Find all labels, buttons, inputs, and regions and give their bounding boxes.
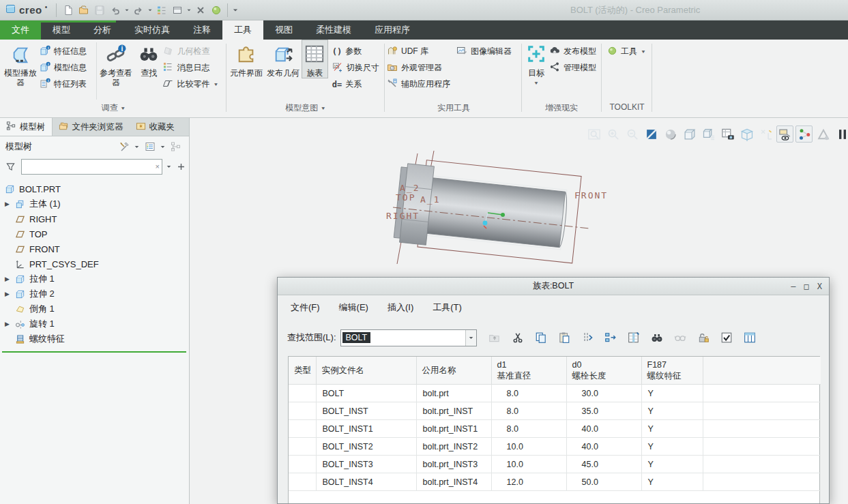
publish-geometry-button[interactable]: 发布几何 [265,40,302,78]
family-table-button[interactable]: 族表 [302,40,328,78]
cell-3-4[interactable]: 40.0 [566,438,641,456]
paste-button[interactable] [556,329,572,346]
cell-1-0[interactable] [289,402,316,420]
cell-0-5[interactable]: Y [641,385,703,402]
cell-4-2[interactable]: bolt.prt_INST3 [416,456,491,473]
cell-5-6[interactable] [703,473,821,491]
publish-model-button[interactable]: 发布模型 [549,45,600,58]
spin-center-button[interactable] [795,125,813,143]
udf-library-button[interactable]: UDF 库 [387,45,456,58]
table-row[interactable]: BOLT_INST1bolt.prt_INST18.040.0Y [289,420,821,438]
ribbon-tab-2[interactable]: 分析 [82,20,123,40]
analysis-display-button[interactable] [815,125,832,143]
cell-3-5[interactable]: Y [641,438,703,456]
image-editor-button[interactable]: 图像编辑器 [456,45,519,58]
up-one-level-button[interactable] [486,329,503,346]
redo-button[interactable] [130,2,146,18]
ribbon-tab-7[interactable]: 柔性建模 [304,20,363,40]
annotation-display-button[interactable] [776,125,793,143]
copy-button[interactable] [533,329,549,346]
customize-caret-icon[interactable] [231,2,239,18]
ribbon-tab-1[interactable]: 模型 [41,20,82,40]
tree-show-button[interactable] [168,139,184,155]
cell-4-5[interactable]: Y [641,456,703,473]
cell-1-6[interactable] [703,402,821,420]
table-row[interactable]: BOLT_INST4bolt.prt_INST412.050.0Y [289,473,821,491]
tree-item-TOP[interactable]: TOP [0,226,189,241]
tree-search-input[interactable] [21,159,162,175]
dialog-menu-3[interactable]: 工具(T) [433,301,462,314]
component-interface-button[interactable]: 元件界面 [228,40,265,78]
tree-item-PRT_CSYS_DEF[interactable]: PRT_CSYS_DEF [0,256,189,271]
datum-label-A_1[interactable]: A_1 [420,194,440,205]
feature-list-button[interactable]: i特征列表 [40,78,96,91]
zoom-out-button[interactable] [624,125,641,143]
group-label-utilities[interactable]: 实用工具 [387,102,521,114]
cell-2-5[interactable]: Y [641,420,703,438]
datum-label-FRONT[interactable]: FRONT [574,190,608,201]
datum-label-TOP[interactable]: TOP [396,192,415,203]
cell-4-4[interactable]: 45.0 [566,456,641,473]
find-button[interactable]: 查找 [135,40,163,78]
tree-item-BOLT.PRT[interactable]: BOLT.PRT [0,181,189,196]
group-label-model-intent[interactable]: 模型意图 ▼ [228,102,383,114]
save-button[interactable] [91,2,107,18]
column-header-3[interactable]: d1基准直径 [491,357,566,385]
ribbon-tab-8[interactable]: 应用程序 [363,20,422,40]
dialog-title-bar[interactable]: 族表:BOLT –□X [278,278,829,295]
model-info-button[interactable]: i模型信息 [40,61,96,74]
table-row[interactable]: BOLT_INST3bolt.prt_INST310.045.0Y [289,456,821,473]
cell-5-5[interactable]: Y [641,473,703,491]
perspective-button[interactable] [738,125,755,143]
appearance-manager-button[interactable]: 外观管理器 [387,61,456,74]
add-filter-button[interactable] [175,159,186,175]
cell-1-3[interactable]: 8.0 [491,402,566,420]
ribbon-tab-5[interactable]: 工具 [222,20,263,40]
cell-0-0[interactable] [289,385,316,402]
group-label-investigate[interactable]: 调查 ▼ [1,102,226,114]
insert-column-button[interactable] [626,329,642,346]
cell-3-3[interactable]: 10.0 [491,438,566,456]
auxiliary-applications-button[interactable]: 辅助应用程序 [387,78,456,91]
look-in-combobox[interactable]: BOLT [340,329,477,346]
cell-3-6[interactable] [703,438,821,456]
column-header-5[interactable]: F187螺纹特征 [641,357,703,385]
cell-5-4[interactable]: 50.0 [566,473,641,491]
pause-button[interactable] [834,125,848,143]
datum-display-filters-button[interactable] [757,125,774,143]
cell-4-6[interactable] [703,456,821,473]
column-header-6[interactable] [703,357,821,385]
tree-item-主体 (1)[interactable]: ▶主体 (1) [0,196,189,211]
group-label-toolkit[interactable]: TOOLKIT [603,102,651,112]
expand-arrow-icon[interactable]: ▶ [5,291,15,297]
insert-instance-row-button[interactable] [579,329,596,346]
cell-3-0[interactable] [289,438,316,456]
cell-5-2[interactable]: bolt.prt_INST4 [416,473,491,491]
manage-models-button[interactable]: 管理模型 [549,61,600,74]
dialog-menu-2[interactable]: 插入(I) [388,301,413,314]
play-sphere-button[interactable] [208,2,224,18]
clear-search-icon[interactable]: × [156,162,160,171]
expand-arrow-icon[interactable]: ▶ [5,276,15,282]
lock-row-button[interactable] [695,329,712,346]
tree-insert-locator[interactable] [2,351,186,353]
search-options-caret-icon[interactable] [165,159,173,175]
relations-button[interactable]: d=关系 [332,78,383,91]
expand-arrow-icon[interactable]: ▶ [5,201,15,207]
column-header-1[interactable]: 实例文件名 [316,357,416,385]
redo-caret-icon[interactable] [146,2,153,18]
cell-2-6[interactable] [703,420,821,438]
navigator-tab-1[interactable]: 文件夹浏览器 [53,118,130,136]
cut-button[interactable] [510,329,526,346]
tree-item-倒角 1[interactable]: 倒角 1 [0,301,189,316]
compare-parts-button[interactable]: 比较零件▼ [162,78,226,91]
parameters-button[interactable]: ()参数 [332,45,383,58]
saved-orientations-button[interactable] [700,125,717,143]
tree-item-拉伸 1[interactable]: ▶拉伸 1 [0,271,189,286]
cell-0-6[interactable] [703,385,821,402]
dialog-minimize-button[interactable]: – [791,283,795,290]
display-style-button[interactable] [681,125,698,143]
cell-2-1[interactable]: BOLT_INST1 [316,420,416,438]
feature-info-button[interactable]: i特征信息 [40,45,96,58]
tree-item-拉伸 2[interactable]: ▶拉伸 2 [0,286,189,301]
